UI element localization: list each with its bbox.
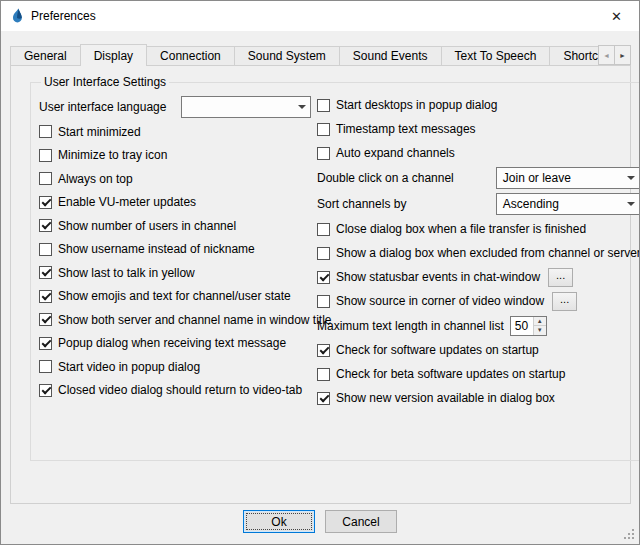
checkbox-row[interactable]: Minimize to tray icon xyxy=(39,144,311,168)
tab-label: General xyxy=(24,49,67,63)
checkbox[interactable] xyxy=(317,123,330,136)
checkbox-row[interactable]: Start desktops in popup dialog xyxy=(317,93,640,117)
checkbox-row[interactable]: Closed video dialog should return to vid… xyxy=(39,379,311,403)
checkbox[interactable] xyxy=(39,125,52,138)
checkbox-label: Timestamp text messages xyxy=(336,122,476,136)
user-interface-settings-group: User Interface Settings User interface l… xyxy=(30,75,640,461)
checkbox[interactable] xyxy=(317,368,330,381)
checkbox-label: Closed video dialog should return to vid… xyxy=(58,383,302,397)
checkbox[interactable] xyxy=(317,99,330,112)
checkbox-row[interactable]: Start minimized xyxy=(39,120,311,144)
checkbox-row[interactable]: Show username instead of nickname xyxy=(39,238,311,262)
checkbox-row[interactable]: Close dialog box when a file transfer is… xyxy=(317,217,640,241)
tab[interactable]: Sound System xyxy=(234,46,340,66)
preferences-dialog: Preferences ✕ General Display Connection xyxy=(0,0,640,545)
sort-channels-value: Ascending xyxy=(497,197,623,211)
sort-channels-combobox[interactable]: Ascending xyxy=(496,193,640,215)
tab[interactable]: Connection xyxy=(146,46,235,66)
left-checkbox-list: Start minimized Minimize to tray icon Al… xyxy=(39,120,311,402)
checkbox[interactable] xyxy=(39,243,52,256)
checkbox-label: Show statusbar events in chat-window xyxy=(336,270,540,284)
checkbox[interactable] xyxy=(317,271,330,284)
checkbox-row[interactable]: Show number of users in channel xyxy=(39,214,311,238)
checkbox[interactable] xyxy=(317,295,330,308)
checkbox[interactable] xyxy=(39,196,52,209)
spin-up-icon[interactable]: ▲ xyxy=(534,317,546,326)
tab-label: Sound Events xyxy=(353,49,428,63)
checkbox[interactable] xyxy=(317,344,330,357)
ok-button[interactable]: Ok xyxy=(243,510,315,533)
checkbox[interactable] xyxy=(39,290,52,303)
app-icon xyxy=(9,8,25,24)
video-source-row[interactable]: Show source in corner of video window ..… xyxy=(317,289,640,313)
checkbox[interactable] xyxy=(39,219,52,232)
double-click-combobox[interactable]: Join or leave xyxy=(496,167,640,189)
left-column: User interface language Start minimized xyxy=(39,93,311,410)
checkbox-label: Auto expand channels xyxy=(336,146,455,160)
tab-scroll-buttons: ◄ ► xyxy=(598,45,631,65)
checkbox-row[interactable]: Auto expand channels xyxy=(317,141,640,165)
checkbox-row[interactable]: Show emojis and text for channel/user st… xyxy=(39,285,311,309)
language-combobox[interactable] xyxy=(181,96,311,118)
tab[interactable]: General xyxy=(10,46,81,66)
checkbox[interactable] xyxy=(317,247,330,260)
checkbox-row[interactable]: Show last to talk in yellow xyxy=(39,261,311,285)
checkbox-label: Show new version available in dialog box xyxy=(336,391,555,405)
tab-label: Sound System xyxy=(248,49,326,63)
double-click-label: Double click on a channel xyxy=(317,171,454,185)
checkbox[interactable] xyxy=(39,149,52,162)
checkbox[interactable] xyxy=(39,172,52,185)
checkbox[interactable] xyxy=(317,147,330,160)
right-checkbox-list-mid: Close dialog box when a file transfer is… xyxy=(317,217,640,265)
checkbox[interactable] xyxy=(39,337,52,350)
cancel-button[interactable]: Cancel xyxy=(325,510,397,533)
checkbox-row[interactable]: Popup dialog when receiving text message xyxy=(39,332,311,356)
tab-strip: General Display Connection Sound System … xyxy=(10,44,631,66)
checkbox[interactable] xyxy=(317,223,330,236)
tab-label: Display xyxy=(94,49,133,63)
checkbox-label: Always on top xyxy=(58,172,133,186)
statusbar-events-more-button[interactable]: ... xyxy=(548,268,573,287)
checkbox-row[interactable]: Show a dialog box when excluded from cha… xyxy=(317,241,640,265)
tab[interactable]: Display xyxy=(80,44,147,66)
tab[interactable]: Text To Speech xyxy=(441,46,551,66)
checkbox[interactable] xyxy=(317,392,330,405)
close-icon: ✕ xyxy=(611,9,622,24)
checkbox[interactable] xyxy=(39,384,52,397)
checkbox-row[interactable]: Timestamp text messages xyxy=(317,117,640,141)
max-text-length-spinner[interactable]: 50 ▲ ▼ xyxy=(510,316,547,336)
titlebar[interactable]: Preferences ✕ xyxy=(1,1,639,31)
close-button[interactable]: ✕ xyxy=(594,2,639,31)
max-text-length-value: 50 xyxy=(511,317,533,335)
checkbox-row[interactable]: Always on top xyxy=(39,167,311,191)
tab-scroll-right-button[interactable]: ► xyxy=(614,45,631,65)
tab[interactable]: Sound Events xyxy=(339,46,442,66)
language-label: User interface language xyxy=(39,100,166,114)
checkbox-row[interactable]: Show new version available in dialog box xyxy=(317,386,640,410)
checkbox[interactable] xyxy=(39,313,52,326)
display-tab-page: User Interface Settings User interface l… xyxy=(10,65,631,504)
sort-channels-label: Sort channels by xyxy=(317,197,406,211)
checkbox-label: Show a dialog box when excluded from cha… xyxy=(336,246,640,260)
spinner-arrows: ▲ ▼ xyxy=(533,317,546,335)
checkbox-label: Check for software updates on startup xyxy=(336,343,539,357)
checkbox[interactable] xyxy=(39,360,52,373)
spin-down-icon[interactable]: ▼ xyxy=(534,325,546,335)
arrow-left-icon: ◄ xyxy=(603,52,610,59)
checkbox-row[interactable]: Show both server and channel name in win… xyxy=(39,308,311,332)
chevron-down-icon xyxy=(623,176,640,180)
group-title: User Interface Settings xyxy=(41,75,169,89)
checkbox-row[interactable]: Check for software updates on startup xyxy=(317,338,640,362)
window-title: Preferences xyxy=(31,9,96,23)
tab-label: Text To Speech xyxy=(455,49,537,63)
checkbox-row[interactable]: Enable VU-meter updates xyxy=(39,191,311,215)
statusbar-events-row[interactable]: Show statusbar events in chat-window ... xyxy=(317,265,640,289)
resize-grip[interactable] xyxy=(624,529,636,541)
checkbox-row[interactable]: Check for beta software updates on start… xyxy=(317,362,640,386)
right-checkbox-list-top: Start desktops in popup dialog Timestamp… xyxy=(317,93,640,165)
tab-scroll-left-button[interactable]: ◄ xyxy=(598,45,615,65)
checkbox[interactable] xyxy=(39,266,52,279)
video-source-more-button[interactable]: ... xyxy=(552,292,577,311)
checkbox-label: Show source in corner of video window xyxy=(336,294,544,308)
checkbox-row[interactable]: Start video in popup dialog xyxy=(39,355,311,379)
